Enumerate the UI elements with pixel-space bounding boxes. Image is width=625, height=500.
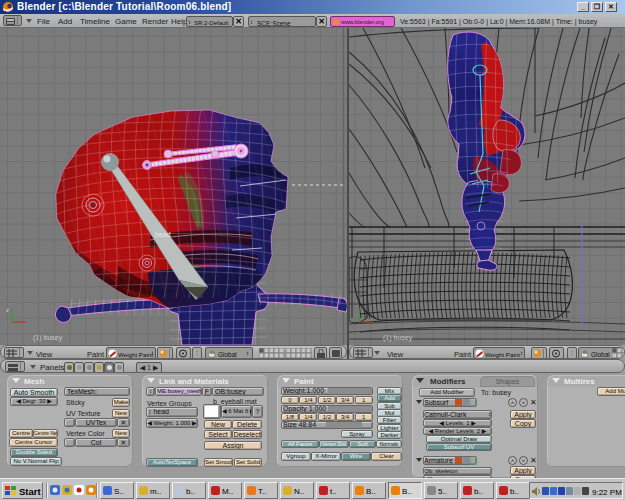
svg-text:(1) busey: (1) busey — [33, 334, 63, 342]
svg-text:head: head — [155, 231, 171, 238]
svg-text:(1) busey: (1) busey — [383, 334, 413, 342]
svg-text:z: z — [6, 307, 9, 313]
